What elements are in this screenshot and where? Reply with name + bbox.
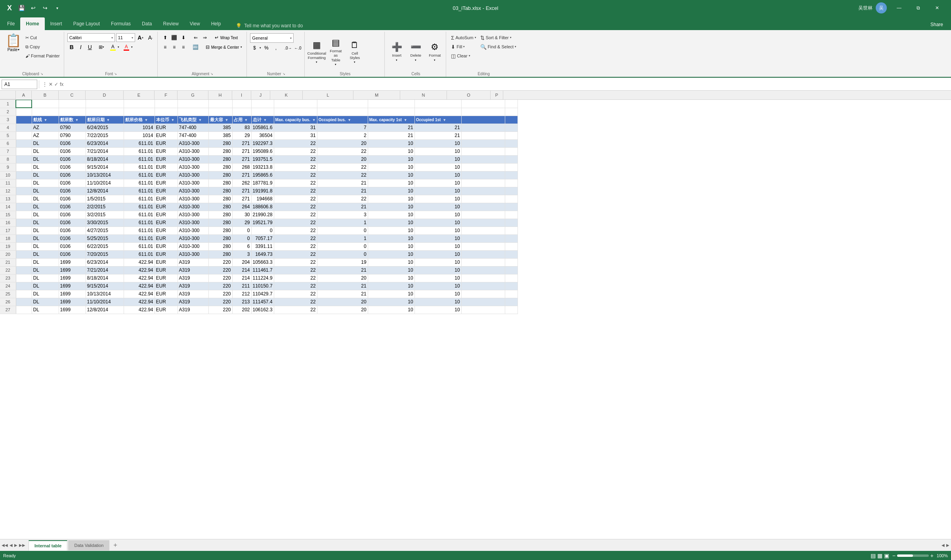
cell-G12[interactable]: A310-300: [178, 187, 208, 195]
cell-B7[interactable]: DL: [32, 147, 59, 155]
cell-F24[interactable]: EUR: [155, 282, 178, 290]
cell-M5[interactable]: 21: [368, 131, 414, 139]
cell-O26[interactable]: [461, 298, 505, 306]
cell-M13[interactable]: 10: [368, 195, 414, 203]
cell-G17[interactable]: A310-300: [178, 227, 208, 234]
redo-icon[interactable]: ↪: [40, 3, 50, 13]
row-header-25[interactable]: 25: [0, 290, 16, 298]
cell-C27[interactable]: 1699: [59, 306, 86, 314]
cell-B21[interactable]: DL: [32, 258, 59, 266]
cell-E23[interactable]: 422.94: [124, 274, 155, 282]
customize-qat-icon[interactable]: ▾: [52, 3, 62, 13]
clear-button[interactable]: ◫ Clear ▾: [449, 51, 477, 60]
cell-M24[interactable]: 10: [368, 282, 414, 290]
cell-M9[interactable]: 10: [368, 163, 414, 171]
share-button[interactable]: Share: [926, 19, 948, 30]
cell-K4[interactable]: 31: [274, 124, 317, 131]
cell-B13[interactable]: DL: [32, 195, 59, 203]
formula-input[interactable]: [67, 80, 949, 89]
cell-B19[interactable]: DL: [32, 242, 59, 250]
cell-F26[interactable]: EUR: [155, 298, 178, 306]
merge-center-arrow[interactable]: ▾: [241, 46, 242, 49]
cell-J25[interactable]: 110429.7: [251, 290, 274, 298]
cell-E21[interactable]: 422.94: [124, 258, 155, 266]
cell-K2[interactable]: [274, 108, 317, 116]
cell-A2[interactable]: [16, 108, 32, 116]
cell-G21[interactable]: A319: [178, 258, 208, 266]
cell-A17[interactable]: [16, 227, 32, 234]
cell-N10[interactable]: 10: [414, 171, 461, 179]
sort-filter-arrow[interactable]: ▾: [510, 36, 512, 39]
cell-K18[interactable]: 22: [274, 234, 317, 242]
row-header-23[interactable]: 23: [0, 274, 16, 282]
cell-P27[interactable]: [505, 306, 518, 314]
cell-H22[interactable]: 220: [208, 266, 232, 274]
cell-H7[interactable]: 280: [208, 147, 232, 155]
cell-N22[interactable]: 10: [414, 266, 461, 274]
cell-G25[interactable]: A319: [178, 290, 208, 298]
cell-P14[interactable]: [505, 203, 518, 211]
cell-B26[interactable]: DL: [32, 298, 59, 306]
angle-text-button[interactable]: 🔤: [191, 43, 200, 51]
cell-D16[interactable]: 3/30/2015: [86, 219, 124, 227]
cell-E8[interactable]: 611.01: [124, 155, 155, 163]
cell-M3[interactable]: Max. capacity 1st ▼: [368, 116, 414, 124]
cell-O5[interactable]: [461, 131, 505, 139]
col-header-J[interactable]: J: [251, 91, 270, 99]
cell-I26[interactable]: 213: [232, 298, 251, 306]
row-header-18[interactable]: 18: [0, 234, 16, 242]
cell-M6[interactable]: 10: [368, 139, 414, 147]
cell-B1[interactable]: [32, 100, 59, 108]
cell-B14[interactable]: DL: [32, 203, 59, 211]
cell-I13[interactable]: 271: [232, 195, 251, 203]
tab-formulas[interactable]: Formulas: [105, 17, 136, 30]
cell-H16[interactable]: 280: [208, 219, 232, 227]
cell-P13[interactable]: [505, 195, 518, 203]
cell-styles-arrow[interactable]: ▾: [354, 61, 355, 64]
cell-J5[interactable]: 36504: [251, 131, 274, 139]
cell-I5[interactable]: 29: [232, 131, 251, 139]
font-size-dropdown[interactable]: 11 ▾: [116, 33, 135, 42]
cell-F18[interactable]: EUR: [155, 234, 178, 242]
cell-M10[interactable]: 10: [368, 171, 414, 179]
cell-J13[interactable]: 194668: [251, 195, 274, 203]
cell-P19[interactable]: [505, 242, 518, 250]
cell-F20[interactable]: EUR: [155, 250, 178, 258]
cell-A21[interactable]: [16, 258, 32, 266]
cell-N17[interactable]: 10: [414, 227, 461, 234]
cell-G2[interactable]: [178, 108, 208, 116]
cell-K6[interactable]: 22: [274, 139, 317, 147]
cell-G10[interactable]: A310-300: [178, 171, 208, 179]
cell-N11[interactable]: 10: [414, 179, 461, 187]
col-header-D[interactable]: D: [86, 91, 124, 99]
cell-I18[interactable]: 0: [232, 234, 251, 242]
cell-M4[interactable]: 21: [368, 124, 414, 131]
cell-H13[interactable]: 280: [208, 195, 232, 203]
cell-H4[interactable]: 385: [208, 124, 232, 131]
cell-A4[interactable]: [16, 124, 32, 131]
cell-M2[interactable]: [368, 108, 414, 116]
cell-P5[interactable]: [505, 131, 518, 139]
cell-C25[interactable]: 1699: [59, 290, 86, 298]
cell-N26[interactable]: 10: [414, 298, 461, 306]
cell-E19[interactable]: 611.01: [124, 242, 155, 250]
cell-H1[interactable]: [208, 100, 232, 108]
cell-L4[interactable]: 7: [317, 124, 368, 131]
cell-O3[interactable]: [461, 116, 505, 124]
cell-M20[interactable]: 10: [368, 250, 414, 258]
dropdown-K3[interactable]: ▼: [312, 118, 316, 122]
cell-G4[interactable]: 747-400: [178, 124, 208, 131]
cell-B23[interactable]: DL: [32, 274, 59, 282]
cell-O4[interactable]: [461, 124, 505, 131]
cell-H11[interactable]: 280: [208, 179, 232, 187]
cell-O12[interactable]: [461, 187, 505, 195]
cell-I3[interactable]: 占用 ▼: [232, 116, 251, 124]
row-header-16[interactable]: 16: [0, 219, 16, 227]
cell-E17[interactable]: 611.01: [124, 227, 155, 234]
cell-G15[interactable]: A310-300: [178, 211, 208, 219]
cell-A26[interactable]: [16, 298, 32, 306]
dropdown-L3[interactable]: ▼: [348, 118, 351, 122]
cell-D4[interactable]: 6/24/2015: [86, 124, 124, 131]
cell-P6[interactable]: [505, 139, 518, 147]
cell-A6[interactable]: [16, 139, 32, 147]
